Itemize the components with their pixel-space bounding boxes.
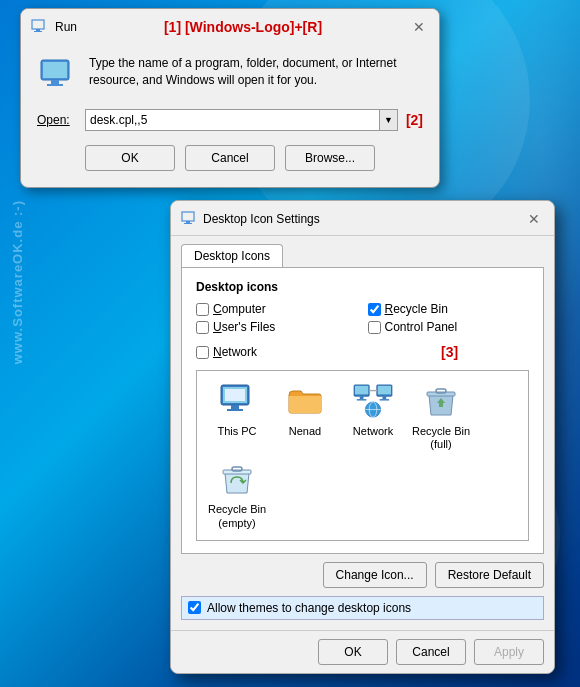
svg-rect-29 — [436, 389, 446, 393]
users-files-checkbox[interactable] — [196, 321, 209, 334]
icon-recycle-empty[interactable]: Recycle Bin (empty) — [207, 459, 267, 529]
network-row: Network [3] — [196, 344, 529, 360]
recycle-empty-label: Recycle Bin (empty) — [207, 503, 267, 529]
desktop-titlebar: Desktop Icon Settings ✕ — [171, 201, 554, 236]
desktop-close-button[interactable]: ✕ — [524, 209, 544, 229]
run-top-row: Type the name of a program, folder, docu… — [37, 55, 423, 95]
svg-rect-16 — [355, 386, 368, 395]
desktop-annotation-3: [3] — [441, 344, 458, 360]
change-icon-button[interactable]: Change Icon... — [323, 562, 427, 588]
svg-marker-30 — [225, 473, 249, 493]
desktop-title-text: Desktop Icon Settings — [203, 212, 320, 226]
run-browse-button[interactable]: Browse... — [285, 145, 375, 171]
icons-preview: This PC Nenad — [196, 370, 529, 541]
allow-themes-label[interactable]: Allow themes to change desktop icons — [207, 601, 411, 615]
desktop-apply-button[interactable]: Apply — [474, 639, 544, 665]
run-annotation-1: [1] [Windows-Logo]+[R] — [164, 19, 322, 35]
watermark: www.SoftwareOK.de :-) — [10, 200, 25, 364]
run-close-button[interactable]: ✕ — [409, 17, 429, 37]
run-cancel-button[interactable]: Cancel — [185, 145, 275, 171]
svg-rect-22 — [382, 396, 386, 399]
checkbox-computer: Computer — [196, 302, 358, 316]
desktop-title-left: Desktop Icon Settings — [181, 211, 320, 227]
svg-rect-14 — [225, 389, 245, 401]
svg-rect-9 — [184, 223, 192, 224]
run-title-text: Run — [55, 20, 77, 34]
desktop-content: Desktop icons Computer Recycle Bin User'… — [181, 267, 544, 554]
run-description: Type the name of a program, folder, docu… — [89, 55, 423, 89]
run-input-container: ▼ — [85, 109, 398, 131]
run-title-left: Run — [31, 19, 77, 35]
computer-checkbox[interactable] — [196, 303, 209, 316]
desktop-cancel-button[interactable]: Cancel — [396, 639, 466, 665]
svg-rect-4 — [43, 62, 67, 78]
checkbox-users-files: User's Files — [196, 320, 358, 334]
control-panel-label[interactable]: Control Panel — [385, 320, 458, 334]
svg-rect-0 — [32, 20, 44, 29]
recycle-full-graphic — [421, 381, 461, 421]
network-label: Network — [353, 425, 393, 438]
desktop-dialog: Desktop Icon Settings ✕ Desktop Icons De… — [170, 200, 555, 674]
desktop-icons-checkboxes: Computer Recycle Bin User's Files Contro… — [196, 302, 529, 334]
recycle-empty-graphic — [217, 459, 257, 499]
desktop-bottom-section: Change Icon... Restore Default Allow the… — [171, 562, 554, 620]
run-computer-icon — [37, 55, 77, 95]
svg-rect-12 — [231, 405, 239, 409]
icon-recycle-full[interactable]: Recycle Bin (full) — [411, 381, 471, 451]
desktop-ok-button[interactable]: OK — [318, 639, 388, 665]
recycle-bin-label[interactable]: Recycle Bin — [385, 302, 448, 316]
svg-rect-13 — [227, 409, 243, 411]
nenad-icon — [285, 383, 325, 419]
tab-desktop-icons[interactable]: Desktop Icons — [181, 244, 283, 267]
nenad-graphic — [285, 381, 325, 421]
svg-rect-18 — [378, 386, 391, 395]
icon-network[interactable]: Network — [343, 381, 403, 451]
desktop-icons-section-title: Desktop icons — [196, 280, 529, 294]
bottom-buttons-row: Change Icon... Restore Default — [181, 562, 544, 588]
run-open-label: Open: — [37, 113, 77, 127]
network-label[interactable]: Network — [213, 345, 257, 359]
users-files-label[interactable]: User's Files — [213, 320, 275, 334]
network-checkbox[interactable] — [196, 346, 209, 359]
run-input[interactable] — [85, 109, 380, 131]
allow-themes-row: Allow themes to change desktop icons — [181, 596, 544, 620]
recycle-full-label: Recycle Bin (full) — [411, 425, 471, 451]
this-pc-graphic — [217, 381, 257, 421]
final-buttons-row: OK Cancel Apply — [171, 630, 554, 673]
svg-rect-2 — [34, 31, 42, 32]
checkbox-recycle-bin: Recycle Bin — [368, 302, 530, 316]
allow-themes-checkbox[interactable] — [188, 601, 201, 614]
nenad-label: Nenad — [289, 425, 321, 438]
run-titlebar: Run [1] [Windows-Logo]+[R] ✕ — [21, 9, 439, 43]
svg-rect-5 — [51, 80, 59, 84]
run-body: Type the name of a program, folder, docu… — [21, 43, 439, 187]
recycle-empty-icon — [217, 461, 257, 497]
run-buttons: OK Cancel Browse... — [37, 145, 423, 171]
desktop-tabs: Desktop Icons — [171, 236, 554, 267]
restore-default-button[interactable]: Restore Default — [435, 562, 544, 588]
this-pc-label: This PC — [217, 425, 256, 438]
control-panel-checkbox[interactable] — [368, 321, 381, 334]
run-input-dropdown[interactable]: ▼ — [380, 109, 398, 131]
icon-nenad[interactable]: Nenad — [275, 381, 335, 451]
svg-rect-6 — [47, 84, 63, 86]
svg-rect-7 — [182, 212, 194, 221]
network-icon — [353, 383, 393, 419]
computer-label[interactable]: Computer — [213, 302, 266, 316]
svg-rect-1 — [36, 29, 40, 31]
recycle-full-icon — [421, 383, 461, 419]
icon-this-pc[interactable]: This PC — [207, 381, 267, 451]
this-pc-icon — [217, 383, 257, 419]
svg-rect-20 — [360, 396, 364, 399]
run-dialog: Run [1] [Windows-Logo]+[R] ✕ Type the na… — [20, 8, 440, 188]
desktop-title-icon — [181, 211, 197, 227]
recycle-bin-checkbox[interactable] — [368, 303, 381, 316]
checkbox-control-panel: Control Panel — [368, 320, 530, 334]
svg-rect-32 — [232, 467, 242, 471]
network-graphic — [353, 381, 393, 421]
svg-rect-8 — [186, 221, 190, 223]
run-input-row: Open: ▼ [2] — [37, 109, 423, 131]
run-ok-button[interactable]: OK — [85, 145, 175, 171]
svg-rect-23 — [380, 399, 389, 400]
run-dialog-icon — [31, 19, 47, 35]
